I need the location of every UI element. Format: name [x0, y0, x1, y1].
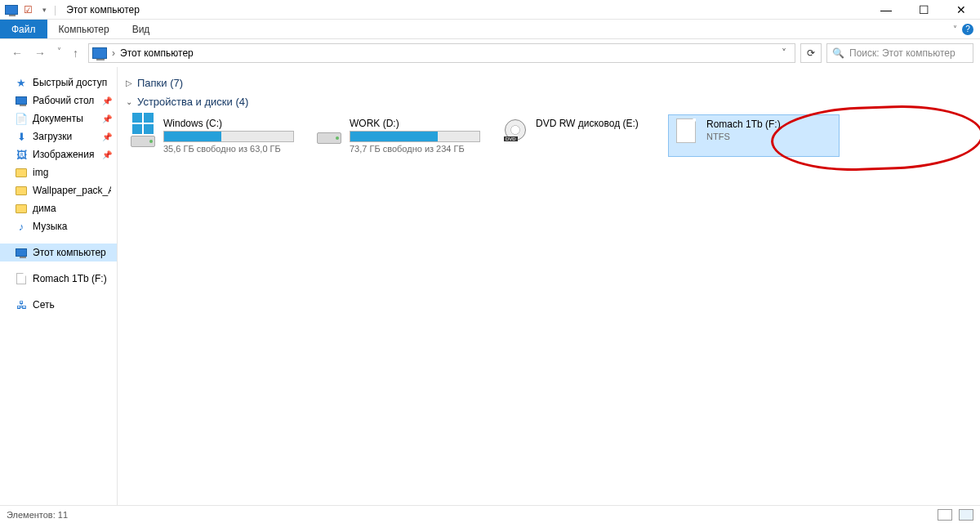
documents-icon: 📄	[15, 112, 28, 125]
breadcrumb-sep: ›	[112, 47, 115, 59]
sidebar-downloads[interactable]: ⬇ Загрузки 📌	[0, 127, 117, 145]
drive-d[interactable]: WORK (D:) 73,7 ГБ свободно из 234 ГБ	[312, 114, 483, 157]
properties-icon[interactable]: ☑	[21, 3, 34, 16]
tab-view[interactable]: Вид	[121, 20, 162, 38]
network-icon: 🖧	[15, 298, 28, 311]
tab-file[interactable]: Файл	[0, 20, 47, 38]
pictures-icon: 🖼	[15, 148, 28, 161]
status-item-count: Элементов: 11	[7, 510, 68, 520]
pin-icon: 📌	[102, 96, 112, 105]
drive-name: WORK (D:)	[350, 118, 480, 129]
close-button[interactable]: ✕	[942, 0, 980, 20]
desktop-icon	[15, 94, 28, 107]
sidebar-item-label: Wallpaper_pack_An	[33, 185, 111, 196]
address-bar[interactable]: › Этот компьютер ˅	[88, 43, 795, 63]
content-pane: ▷ Папки (7) ⌄ Устройства и диски (4) Win…	[118, 67, 980, 505]
drive-name: DVD RW дисковод (E:)	[536, 118, 650, 129]
sidebar-item-label: дима	[33, 203, 56, 214]
drive-e[interactable]: DVD RW дисковод (E:)	[498, 114, 653, 157]
search-box[interactable]: 🔍 Поиск: Этот компьютер	[826, 43, 973, 63]
folder-icon	[15, 184, 28, 197]
sidebar-desktop[interactable]: Рабочий стол 📌	[0, 92, 117, 110]
sidebar-img-folder[interactable]: img	[0, 163, 117, 181]
pc-icon	[92, 47, 107, 59]
sidebar-network[interactable]: 🖧 Сеть	[0, 296, 117, 314]
sidebar-item-label: Romach 1Tb (F:)	[33, 273, 107, 284]
titlebar: ☑ ▾ | Этот компьютер ― ☐ ✕	[0, 0, 980, 20]
drive-free: 35,6 ГБ свободно из 63,0 ГБ	[163, 144, 294, 154]
address-row: ← → ˅ ↑ › Этот компьютер ˅ ⟳ 🔍 Поиск: Эт…	[0, 39, 980, 67]
sidebar-item-label: Рабочий стол	[33, 95, 94, 106]
sidebar-item-label: Музыка	[33, 221, 67, 232]
minimize-button[interactable]: ―	[867, 0, 905, 20]
ribbon-tabs: Файл Компьютер Вид ˅ ?	[0, 20, 980, 39]
view-details-button[interactable]	[938, 509, 952, 521]
drive-filesystem: NTFS	[706, 132, 835, 141]
pc-icon	[15, 246, 28, 259]
sidebar-item-label: Сеть	[33, 299, 55, 311]
nav-arrows: ← → ˅ ↑	[7, 47, 83, 60]
sidebar-item-label: Этот компьютер	[33, 247, 106, 258]
help-icon[interactable]: ?	[962, 24, 973, 35]
maximize-button[interactable]: ☐	[905, 0, 942, 20]
forward-button[interactable]: →	[34, 47, 46, 60]
pin-icon: 📌	[102, 114, 112, 123]
section-label: Папки (7)	[137, 77, 183, 89]
sidebar-romach-drive[interactable]: Romach 1Tb (F:)	[0, 270, 117, 288]
folder-icon	[15, 202, 28, 215]
drive-c[interactable]: Windows (C:) 35,6 ГБ свободно из 63,0 ГБ	[126, 114, 297, 157]
pin-icon: 📌	[102, 150, 112, 159]
star-icon: ★	[15, 76, 28, 89]
sidebar-music[interactable]: ♪ Музыка	[0, 217, 117, 235]
chevron-right-icon: ▷	[126, 78, 132, 87]
sidebar-this-pc[interactable]: Этот компьютер	[0, 244, 117, 262]
sidebar-pictures[interactable]: 🖼 Изображения 📌	[0, 145, 117, 163]
drive-f[interactable]: Romach 1Tb (F:) NTFS	[668, 114, 840, 157]
sidebar-quick-access[interactable]: ★ Быстрый доступ	[0, 74, 117, 92]
titlebar-separator: |	[54, 4, 56, 16]
sidebar-item-label: Загрузки	[33, 131, 72, 142]
drive-name: Romach 1Tb (F:)	[706, 118, 835, 130]
sidebar-item-label: Изображения	[33, 149, 94, 160]
windows-drive-icon	[129, 118, 157, 142]
nav-sidebar: ★ Быстрый доступ Рабочий стол 📌 📄 Докуме…	[0, 67, 118, 505]
search-placeholder: Поиск: Этот компьютер	[849, 47, 956, 59]
folder-icon	[15, 166, 28, 179]
devices-list: Windows (C:) 35,6 ГБ свободно из 63,0 ГБ…	[126, 114, 972, 157]
refresh-button[interactable]: ⟳	[800, 43, 822, 63]
downloads-icon: ⬇	[15, 130, 28, 143]
section-devices[interactable]: ⌄ Устройства и диски (4)	[126, 96, 972, 108]
section-label: Устройства и диски (4)	[137, 96, 248, 108]
recent-dropdown-icon[interactable]: ˅	[57, 47, 61, 60]
music-icon: ♪	[15, 220, 28, 233]
dvd-icon	[501, 118, 529, 142]
status-bar: Элементов: 11	[0, 505, 980, 523]
main-area: ★ Быстрый доступ Рабочий стол 📌 📄 Докуме…	[0, 67, 980, 505]
sidebar-item-label: Быстрый доступ	[33, 77, 107, 88]
back-button[interactable]: ←	[11, 47, 23, 60]
sidebar-item-label: img	[33, 167, 48, 178]
ribbon-collapse-icon[interactable]: ˅	[953, 25, 957, 34]
sidebar-dima-folder[interactable]: дима	[0, 199, 117, 217]
breadcrumb-location[interactable]: Этот компьютер	[120, 47, 194, 59]
capacity-bar	[350, 131, 480, 142]
capacity-bar	[163, 131, 294, 142]
sidebar-wallpaper-folder[interactable]: Wallpaper_pack_An	[0, 181, 117, 199]
quick-access-toolbar: ☑ ▾ |	[0, 3, 61, 16]
hdd-icon	[315, 118, 343, 142]
drive-free: 73,7 ГБ свободно из 234 ГБ	[350, 144, 480, 154]
search-icon: 🔍	[832, 47, 844, 59]
view-tiles-button[interactable]	[959, 509, 973, 521]
tab-computer[interactable]: Компьютер	[47, 20, 121, 38]
pin-icon: 📌	[102, 132, 112, 141]
file-icon	[672, 118, 700, 143]
up-button[interactable]: ↑	[73, 47, 78, 60]
window-title: Этот компьютер	[66, 4, 140, 16]
section-folders[interactable]: ▷ Папки (7)	[126, 77, 972, 89]
address-dropdown-icon[interactable]: ˅	[777, 47, 791, 59]
qat-dropdown-icon[interactable]: ▾	[38, 3, 51, 16]
sidebar-documents[interactable]: 📄 Документы 📌	[0, 110, 117, 127]
window-controls: ― ☐ ✕	[867, 0, 980, 20]
app-icon	[5, 3, 18, 16]
drive-icon	[15, 272, 28, 285]
